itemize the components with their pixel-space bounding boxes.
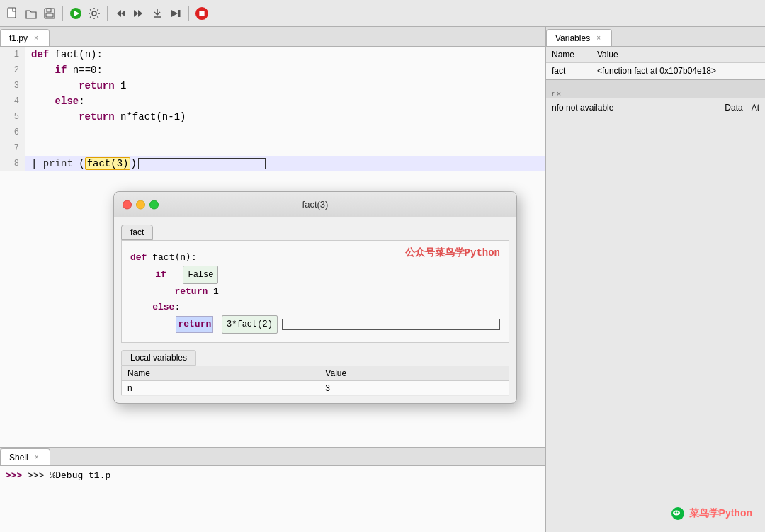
save-file-icon[interactable] [42,6,57,21]
editor-tab-close[interactable]: × [32,34,40,43]
toolbar [0,0,765,27]
dialog-code-area: 公众号菜鸟学Python def fact(n): if False retur… [121,240,509,343]
step-back-icon[interactable] [113,6,128,21]
line-number: 2 [0,62,26,78]
local-vars-name-header: Name [122,366,320,381]
line-number: 8 [0,156,26,171]
table-row: 4 else: [0,94,545,109]
svg-point-13 [676,512,678,514]
run-forward-icon[interactable] [169,6,183,21]
line-number: 6 [0,125,26,140]
separator-1 [62,6,63,21]
svg-rect-7 [178,10,181,17]
line-content: return n*fact(n-1) [26,109,545,125]
var-value-fact: <function fact at 0x107b04e18> [591,63,765,79]
table-row: 3 return 1 [0,78,545,94]
run-icon[interactable] [69,6,83,21]
local-vars-value-header: Value [319,366,509,381]
svg-rect-2 [47,9,51,12]
variables-tab[interactable]: Variables × [546,29,612,46]
col-name-header: Name [546,47,591,63]
line-content: return 1 [26,78,545,94]
line-number: 1 [0,47,26,62]
info-tab-close-icon: r × [552,89,561,98]
local-var-row-n: n 3 [122,381,509,396]
local-vars-header-row: Name Value [122,366,509,381]
local-vars-table: Name Value n 3 [121,366,509,396]
info-row: nfo not available Data At [546,98,765,117]
dialog-body: fact 公众号菜鸟学Python def fact(n): if False … [114,217,516,403]
line-content: else: [26,94,545,109]
dialog-titlebar: fact(3) [114,192,516,217]
editor-tab-label: t1.py [9,33,28,43]
dialog-code-line-3: return 1 [130,284,500,300]
settings-icon[interactable] [87,6,101,21]
var-name-fact: fact [546,63,591,79]
window-maximize-button[interactable] [149,200,159,209]
svg-rect-3 [46,13,53,17]
svg-point-12 [674,512,676,514]
line-number: 3 [0,78,26,94]
shell-command: >>> %Debug t1.p [28,470,110,481]
wechat-icon [671,506,685,521]
local-var-name-n: n [122,381,320,396]
local-var-value-n: 3 [319,381,509,396]
variables-table: Name Value fact <function fact at 0x107b… [546,47,765,79]
window-minimize-button[interactable] [136,200,145,209]
return-value-tooltip: 3*fact(2) [222,315,278,334]
table-row: 8 | print (fact(3)) [0,156,545,171]
right-bottom-tab-bar: r × [546,80,765,98]
window-close-button[interactable] [123,200,132,209]
svg-rect-0 [8,8,16,18]
separator-2 [107,6,108,21]
data-label: Data [725,103,742,113]
local-vars-label-container: Local variables [121,350,509,366]
svg-point-11 [673,511,680,516]
highlight-fact3: fact(3) [85,157,131,170]
shell-prompt: >>> [6,470,28,481]
inner-tab-label: fact [121,225,153,240]
shell-tab-label: Shell [9,453,28,463]
line-content: if n==0: [26,62,545,78]
info-text: nfo not available [552,103,613,113]
svg-point-6 [92,11,96,16]
editor-tab-bar: t1.py × [0,27,545,47]
col-value-header: Value [591,47,765,63]
shell-tab-bar: Shell × [0,448,545,466]
step-into-icon[interactable] [150,6,164,21]
debug-dialog: fact(3) fact 公众号菜鸟学Python def fact(n): i… [113,191,517,404]
shell-content[interactable]: >>> >>> %Debug t1.p [0,466,545,532]
variables-tab-close[interactable]: × [594,34,603,43]
stop-icon[interactable] [195,6,209,21]
variable-row-fact: fact <function fact at 0x107b04e18> [546,63,765,79]
table-row: 1 def fact(n): [0,47,545,62]
bottom-watermark-text: 菜鸟学Python [689,507,752,520]
variables-tab-bar: Variables × [546,27,765,47]
editor-tab-t1py[interactable]: t1.py × [0,29,50,46]
table-row: 7 [0,140,545,156]
window-buttons [123,200,159,209]
right-panel: Variables × Name Value fact <function fa… [545,27,765,532]
open-file-icon[interactable] [24,6,38,21]
at-label: At [752,103,759,113]
watermark: 公众号菜鸟学Python [405,247,500,259]
variables-header-row: Name Value [546,47,765,63]
svg-rect-9 [199,11,204,16]
bottom-watermark: 菜鸟学Python [671,506,752,521]
dialog-inner-tab[interactable]: fact [121,225,509,240]
new-file-icon[interactable] [6,6,20,21]
shell-panel: Shell × >>> >>> %Debug t1.p [0,447,545,532]
return-underline [282,319,500,330]
right-bottom-panel: r × nfo not available Data At [546,79,765,532]
dialog-code-line-2: if False [130,266,500,284]
step-forward-icon[interactable] [132,6,146,21]
line-number: 7 [0,140,26,156]
false-tooltip: False [183,266,218,284]
variables-tab-label: Variables [555,33,590,43]
line-content: | print (fact(3)) [26,156,545,171]
shell-tab[interactable]: Shell × [0,448,50,465]
line-number: 5 [0,109,26,125]
table-row: 6 [0,125,545,140]
separator-3 [188,6,189,21]
shell-tab-close[interactable]: × [33,453,41,462]
